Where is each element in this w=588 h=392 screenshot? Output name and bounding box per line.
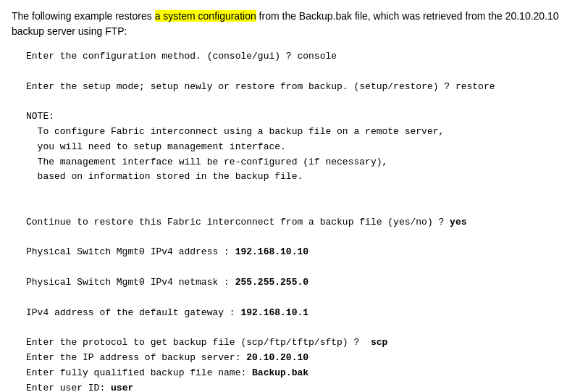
ipv4-netmask-value: 255.255.255.0: [235, 277, 308, 288]
code-block: Enter the configuration method. (console…: [12, 49, 576, 392]
code-line-protocol: Enter the protocol to get backup file (s…: [26, 335, 576, 351]
protocol-value: scp: [371, 337, 387, 348]
filename-value: Backup.bak: [252, 367, 308, 378]
ipv4-address-value: 192.168.10.10: [235, 246, 308, 257]
code-line-blank-6: [26, 260, 576, 275]
code-line-ip-server: Enter the IP address of backup server: 2…: [26, 351, 576, 366]
answer-yes: yes: [450, 217, 466, 228]
code-line-2: Enter the setup mode; setup newly or res…: [26, 80, 576, 95]
code-line-note-2: you will need to setup management interf…: [26, 140, 576, 155]
intro-text-before: The following example restores: [12, 10, 155, 22]
code-line-note-3: The management interface will be re-conf…: [26, 155, 576, 170]
code-line-note: NOTE:: [26, 109, 576, 125]
code-line-gateway: IPv4 address of the default gateway : 19…: [26, 306, 576, 321]
code-line-blank-5: [26, 230, 576, 246]
gateway-value: 192.168.10.1: [240, 307, 308, 318]
code-line-filename: Enter fully qualified backup file name: …: [26, 366, 576, 381]
userid-value: user: [111, 383, 133, 392]
code-line-1: Enter the configuration method. (console…: [26, 49, 576, 64]
code-line-ipv4-addr: Physical Switch Mgmt0 IPv4 address : 192…: [26, 245, 576, 260]
intro-paragraph: The following example restores a system …: [12, 9, 576, 39]
code-line-continue: Continue to restore this Fabric intercon…: [26, 215, 576, 230]
code-line-blank-1: [26, 64, 576, 80]
code-line-note-1: To configure Fabric interconnect using a…: [26, 125, 576, 140]
code-line-blank-3: [26, 185, 576, 200]
server-ip-value: 20.10.20.10: [246, 352, 308, 363]
code-line-userid: Enter user ID: user: [26, 381, 576, 392]
highlight-text: a system configuration: [155, 10, 256, 22]
code-line-blank-7: [26, 291, 576, 306]
code-line-ipv4-mask: Physical Switch Mgmt0 IPv4 netmask : 255…: [26, 275, 576, 291]
code-line-blank-8: [26, 320, 576, 335]
code-line-blank-4: [26, 200, 576, 215]
code-line-note-4: based on information stored in the backu…: [26, 170, 576, 185]
code-line-blank-2: [26, 94, 576, 109]
